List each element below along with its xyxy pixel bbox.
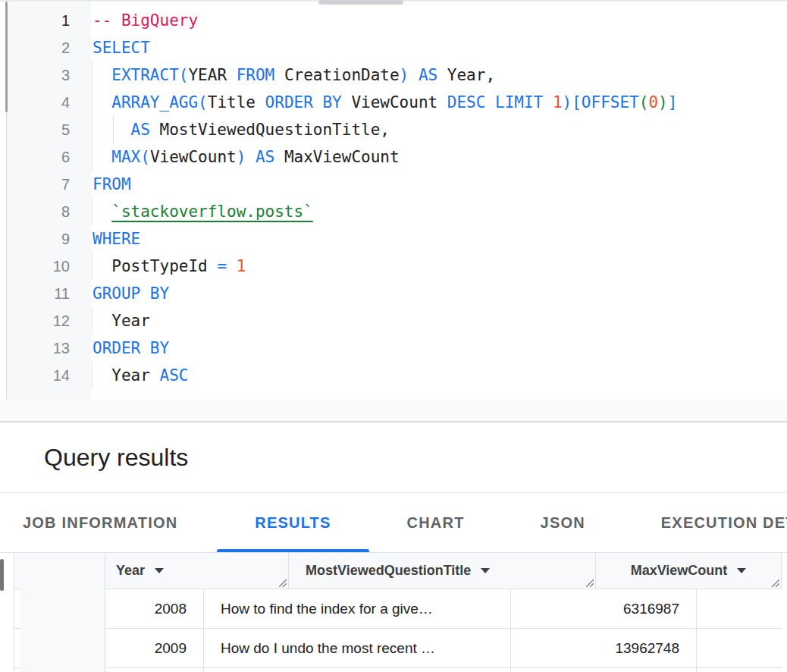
- results-table-header-row: Row Year MostViewedQuestionTitle: [14, 553, 782, 589]
- indent-guide: [92, 61, 92, 171]
- code-line[interactable]: 5 AS MostViewedQuestionTitle,: [0, 116, 787, 143]
- horizontal-scrollbar-thumb[interactable]: [318, 0, 403, 5]
- line-number: 10: [0, 258, 70, 275]
- sql-editor[interactable]: 1-- BigQuery2SELECT3 EXTRACT(YEAR FROM C…: [0, 0, 787, 422]
- tab-json[interactable]: JSON: [503, 493, 623, 552]
- cell-title: How do I undo the most recent …: [204, 629, 511, 667]
- column-header-label: Year: [116, 563, 145, 579]
- tab-execution-details[interactable]: EXECUTION DETAILS: [623, 493, 787, 552]
- results-title-bar: Query results: [0, 422, 787, 493]
- code-text: PostTypeId = 1: [92, 253, 246, 280]
- tab-job-information[interactable]: JOB INFORMATION: [0, 493, 217, 552]
- column-header-label: MaxViewCount: [631, 563, 728, 579]
- line-number: 8: [0, 203, 70, 221]
- column-header-maxviewcount[interactable]: MaxViewCount: [596, 553, 782, 589]
- cell-row-index: [20, 554, 105, 672]
- tab-results[interactable]: RESULTS: [217, 493, 368, 552]
- line-number: 6: [0, 149, 70, 166]
- cell-maxviewcount: [511, 668, 697, 671]
- line-number: 13: [0, 340, 70, 357]
- line-number: 14: [0, 367, 70, 385]
- line-number: 9: [0, 231, 70, 248]
- indent-guide: [113, 116, 114, 143]
- line-number: 12: [0, 312, 70, 330]
- indent-guide: [92, 362, 92, 389]
- code-line[interactable]: 3 EXTRACT(YEAR FROM CreationDate) AS Yea…: [0, 61, 787, 89]
- query-results-panel: Query results JOB INFORMATION RESULTS CH…: [0, 422, 787, 672]
- column-header-year[interactable]: Year: [99, 553, 289, 589]
- code-line[interactable]: 13ORDER BY: [0, 334, 787, 362]
- results-tabs: JOB INFORMATION RESULTS CHART JSON EXECU…: [0, 493, 787, 553]
- code-line[interactable]: 4 ARRAY_AGG(Title ORDER BY ViewCount DES…: [0, 89, 787, 116]
- results-table: Row Year MostViewedQuestionTitle: [14, 553, 782, 671]
- line-number: 2: [0, 39, 70, 57]
- indent-guide: [92, 198, 92, 225]
- code-line[interactable]: 14 Year ASC: [0, 362, 787, 389]
- column-header-mostviewedquestiontitle[interactable]: MostViewedQuestionTitle: [289, 553, 596, 589]
- code-text: `stackoverflow.posts`: [92, 198, 313, 225]
- line-number: 3: [0, 67, 70, 84]
- sort-dropdown-icon[interactable]: [155, 568, 164, 573]
- code-text: -- BigQuery: [92, 7, 198, 34]
- code-text: ARRAY_AGG(Title ORDER BY ViewCount DESC …: [92, 89, 677, 116]
- code-text: Year ASC: [92, 362, 188, 389]
- line-number: 7: [0, 176, 70, 193]
- editor-footer-strip: [0, 400, 787, 421]
- code-line[interactable]: 11GROUP BY: [0, 280, 787, 307]
- sort-dropdown-icon[interactable]: [481, 568, 490, 573]
- code-line[interactable]: 6 MAX(ViewCount) AS MaxViewCount: [0, 143, 787, 171]
- table-row-partial: [14, 668, 782, 671]
- line-number: 5: [0, 121, 70, 139]
- table-row[interactable]: 22009How do I undo the most recent …1396…: [14, 629, 782, 668]
- code-text: GROUP BY: [92, 280, 169, 307]
- cell-maxviewcount: 13962748: [511, 629, 697, 667]
- line-number: 11: [0, 285, 70, 303]
- column-resize-grip-icon[interactable]: [584, 577, 594, 587]
- code-text: WHERE: [92, 225, 140, 253]
- code-text: SELECT: [92, 34, 150, 61]
- code-text: MAX(ViewCount) AS MaxViewCount: [92, 143, 400, 171]
- line-number: 1: [0, 12, 70, 30]
- code-text: FROM: [92, 171, 131, 198]
- indent-guide: [92, 307, 92, 334]
- code-text: AS MostViewedQuestionTitle,: [92, 116, 390, 143]
- column-resize-grip-icon[interactable]: [277, 577, 287, 587]
- code-line[interactable]: 2SELECT: [0, 34, 787, 61]
- sort-dropdown-icon[interactable]: [737, 568, 746, 573]
- indent-guide: [92, 253, 92, 280]
- line-number: 4: [0, 94, 70, 111]
- code-line[interactable]: 8 `stackoverflow.posts`: [0, 198, 787, 225]
- code-text: Year: [92, 307, 150, 334]
- tab-chart[interactable]: CHART: [369, 493, 503, 552]
- cell-title: [204, 668, 511, 671]
- cell-maxviewcount: 6316987: [511, 589, 697, 628]
- column-resize-grip-icon[interactable]: [770, 577, 779, 587]
- code-line[interactable]: 9WHERE: [0, 225, 787, 253]
- code-line[interactable]: 10 PostTypeId = 1: [0, 253, 787, 280]
- bigquery-query-screen: 1-- BigQuery2SELECT3 EXTRACT(YEAR FROM C…: [0, 0, 787, 672]
- code-lines[interactable]: 1-- BigQuery2SELECT3 EXTRACT(YEAR FROM C…: [0, 7, 787, 389]
- column-header-label: MostViewedQuestionTitle: [306, 563, 471, 579]
- code-line[interactable]: 12 Year: [0, 307, 787, 334]
- results-table-body: 12008How to find the index for a give…63…: [14, 589, 782, 668]
- results-vertical-scrollbar-thumb[interactable]: [0, 559, 4, 591]
- code-line[interactable]: 7FROM: [0, 171, 787, 198]
- code-text: EXTRACT(YEAR FROM CreationDate) AS Year,: [92, 61, 495, 89]
- code-line[interactable]: 1-- BigQuery: [0, 7, 787, 34]
- query-results-title: Query results: [44, 444, 188, 472]
- code-text: ORDER BY: [92, 334, 169, 362]
- table-row[interactable]: 12008How to find the index for a give…63…: [14, 589, 782, 629]
- cell-title: How to find the index for a give…: [204, 589, 511, 628]
